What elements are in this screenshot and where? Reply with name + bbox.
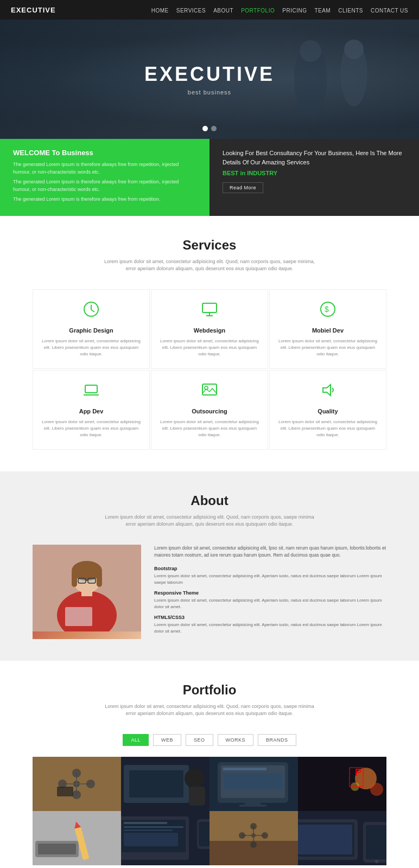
svg-rect-14 xyxy=(202,384,217,395)
service-desc-3: Lorem ipsum dolor sit amet, consectetur … xyxy=(42,419,141,438)
service-name-2: Mobiel Dev xyxy=(278,327,377,334)
svg-text:$: $ xyxy=(325,305,329,314)
portfolio-item-8[interactable] xyxy=(298,811,386,865)
svg-rect-48 xyxy=(245,800,261,805)
svg-point-41 xyxy=(185,769,204,788)
portfolio-item-2[interactable] xyxy=(121,757,210,811)
read-more-button[interactable]: Read More xyxy=(223,182,263,193)
skill-desc-0: Lorem ipsum dolor sit amet, consectetur … xyxy=(154,573,386,586)
service-card-outsourcing: Outsourcing Lorem ipsum dolor sit amet, … xyxy=(151,370,268,450)
svg-rect-24 xyxy=(78,578,86,583)
about-content: Lorem ipsum dolor sit amet, consectetur … xyxy=(33,545,386,639)
welcome-text-2: The generated Lorem Ipsum is therefore a… xyxy=(13,178,196,193)
portfolio-item-5[interactable] xyxy=(33,811,121,865)
filter-brands[interactable]: BRANDS xyxy=(258,734,296,746)
about-intro: Lorem ipsum dolor sit amet, consectetur … xyxy=(154,545,386,559)
svg-rect-65 xyxy=(124,822,167,824)
svg-point-79 xyxy=(250,823,257,829)
hero-dot-1[interactable] xyxy=(202,126,208,131)
portfolio-item-6[interactable] xyxy=(121,811,210,865)
svg-rect-59 xyxy=(38,844,76,854)
about-text: Lorem ipsum dolor sit amet, consectetur … xyxy=(154,545,386,639)
nav-team[interactable]: TEAM xyxy=(314,8,331,14)
skill-title-1: Responsive Theme xyxy=(154,590,386,596)
svg-point-1 xyxy=(344,40,364,59)
nav-home[interactable]: HOME xyxy=(151,8,169,14)
skill-desc-2: Lorem ipsum dolor sit amet, consectetur … xyxy=(154,622,386,635)
svg-point-34 xyxy=(86,780,95,788)
svg-point-78 xyxy=(262,832,268,839)
hero-illustration xyxy=(278,30,386,139)
portfolio-item-4[interactable]: P xyxy=(298,757,386,811)
speaker-icon xyxy=(278,381,377,403)
skill-title-2: HTML5/CSS3 xyxy=(154,615,386,620)
clock-icon xyxy=(42,301,141,322)
about-image xyxy=(33,545,141,639)
service-name-1: Webdesign xyxy=(160,327,259,334)
svg-text:P: P xyxy=(355,767,361,778)
nav-portfolio[interactable]: PORTFOLIO xyxy=(241,8,275,14)
portfolio-filters: ALL WEB SEO WORKS BRANDS xyxy=(33,734,386,746)
portfolio-item-1[interactable] xyxy=(33,757,121,811)
svg-rect-23 xyxy=(97,571,102,587)
nav-contact[interactable]: CONTACT US xyxy=(371,8,408,14)
dollar-icon: $ xyxy=(278,301,377,322)
portfolio-section: Portfolio Lorem ipsum dolor sit amet, co… xyxy=(0,661,419,868)
svg-rect-27 xyxy=(65,607,92,626)
filter-seo[interactable]: SEO xyxy=(186,734,213,746)
welcome-section: WELCOME To Business The generated Lorem … xyxy=(0,139,419,216)
svg-rect-47 xyxy=(223,773,283,789)
svg-line-6 xyxy=(91,310,94,312)
about-title: About xyxy=(33,493,386,508)
image-icon xyxy=(160,381,259,403)
about-desc: Lorem ipsum dolor sit amet, consectetur … xyxy=(33,514,386,528)
welcome-left: WELCOME To Business The generated Lorem … xyxy=(0,139,210,216)
service-name-5: Quality xyxy=(278,408,377,414)
service-card-quality: Quality Lorem ipsum dolor sit amet, cons… xyxy=(269,370,386,450)
monitor-icon xyxy=(160,301,259,322)
svg-point-80 xyxy=(250,841,257,848)
service-card-webdesign: Webdesign Lorem ipsum dolor sit amet, co… xyxy=(151,289,268,369)
navbar: EXECUTIVE HOME SERVICES ABOUT PORTFOLIO … xyxy=(0,0,419,20)
service-card-graphic-design: Graphic Design Lorem ipsum dolor sit ame… xyxy=(33,289,150,369)
svg-rect-46 xyxy=(223,768,266,770)
svg-rect-42 xyxy=(189,787,205,806)
portfolio-item-3[interactable] xyxy=(210,757,298,811)
navbar-links: HOME SERVICES ABOUT PORTFOLIO PRICING TE… xyxy=(151,5,408,15)
portfolio-item-7[interactable] xyxy=(210,811,298,865)
nav-services[interactable]: SERVICES xyxy=(176,8,206,14)
nav-about[interactable]: ABOUT xyxy=(213,8,233,14)
svg-point-53 xyxy=(370,783,383,796)
svg-point-36 xyxy=(72,790,81,799)
svg-point-87 xyxy=(375,860,378,863)
services-section: Services Lorem ipsum dolor sit amet, con… xyxy=(0,216,419,471)
svg-rect-12 xyxy=(85,385,97,393)
svg-rect-68 xyxy=(124,833,178,846)
service-desc-5: Lorem ipsum dolor sit amet, consectetur … xyxy=(278,419,377,438)
welcome-title: WELCOME To Business xyxy=(13,149,196,157)
about-person-illustration xyxy=(33,545,141,631)
svg-point-35 xyxy=(72,769,81,777)
svg-rect-25 xyxy=(88,578,96,583)
service-name-0: Graphic Design xyxy=(42,327,141,334)
service-desc-0: Lorem ipsum dolor sit amet, consectetur … xyxy=(42,338,141,358)
services-title: Services xyxy=(33,238,386,253)
filter-works[interactable]: WORKS xyxy=(218,734,254,746)
nav-pricing[interactable]: PRICING xyxy=(282,8,307,14)
filter-web[interactable]: WEB xyxy=(153,734,181,746)
portfolio-title: Portfolio xyxy=(33,682,386,698)
about-section: About Lorem ipsum dolor sit amet, consec… xyxy=(0,471,419,661)
skill-title-0: Bootstrap xyxy=(154,566,386,571)
welcome-text-1: The generated Lorem Ipsum is therefore a… xyxy=(13,161,196,176)
laptop-icon xyxy=(42,381,141,403)
welcome-right-intro: Looking For Best Consultancy For Your Bu… xyxy=(223,149,406,167)
service-desc-2: Lorem ipsum dolor sit amet, consectetur … xyxy=(278,338,377,358)
hero-dot-2[interactable] xyxy=(211,126,217,131)
portfolio-grid: P xyxy=(33,757,386,865)
filter-all[interactable]: ALL xyxy=(123,734,149,746)
hero-title: EXECUTIVE xyxy=(144,63,275,86)
hero-dots xyxy=(202,126,217,131)
hero-subtitle: best business xyxy=(188,89,231,95)
nav-clients[interactable]: CLIENTS xyxy=(338,8,363,14)
service-desc-4: Lorem ipsum dolor sit amet, consectetur … xyxy=(160,419,259,438)
